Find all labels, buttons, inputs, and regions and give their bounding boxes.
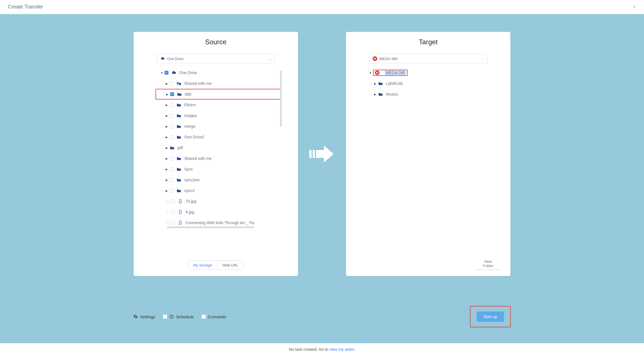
source-tree: ▼ One Drive ▶ <box>156 67 282 257</box>
close-icon[interactable]: × <box>632 3 636 11</box>
caret-right-icon[interactable]: ▶ <box>166 146 168 149</box>
checkbox[interactable] <box>202 315 206 319</box>
footer-link[interactable]: view my tasks. <box>330 347 355 352</box>
tree-line: ├─ <box>166 199 169 203</box>
folder-icon <box>177 92 182 96</box>
tree-item-label: Lqh0kJxb <box>386 81 403 86</box>
caret-right-icon[interactable]: ▶ <box>374 93 377 96</box>
checkbox[interactable] <box>170 124 174 128</box>
header-bar: Create Transfer × <box>0 0 644 14</box>
checkbox[interactable] <box>170 81 174 85</box>
settings-label: Settings <box>140 314 155 319</box>
folder-icon <box>176 124 181 128</box>
tree-item[interactable]: ▶ Lqh0kJxb <box>364 78 494 89</box>
tree-item[interactable]: ▶ merge <box>156 121 282 132</box>
checkbox[interactable] <box>170 189 174 193</box>
tree-item-label: Shared with me <box>184 81 212 86</box>
checkbox[interactable] <box>170 114 174 118</box>
onedrive-icon <box>171 71 176 75</box>
tree-item[interactable]: ▶ sync2ew <box>156 175 282 185</box>
checkbox[interactable] <box>171 199 175 203</box>
converter-option[interactable]: Converter <box>202 314 226 319</box>
target-tree: ▼ M MEGA-390 ▶ Lqh0kJxb ▶ <box>364 67 494 256</box>
chevron-down-icon: ⌄ <box>481 57 484 61</box>
tree-file[interactable]: ├─ 70.jpg <box>156 196 282 207</box>
page-title: Create Transfer <box>8 4 43 10</box>
shared-folder-icon <box>176 81 181 85</box>
tree-file-label: 70.jpg <box>186 199 196 204</box>
options-row: Settings Schedule Converter Start up <box>133 306 511 327</box>
footer: No task created. Go to view my tasks. <box>0 343 644 355</box>
caret-right-icon[interactable]: ▶ <box>166 82 168 85</box>
schedule-label: Schedule <box>176 314 194 319</box>
target-selector[interactable]: M MEGA-390 ⌄ <box>369 54 487 63</box>
caret-right-icon[interactable]: ▶ <box>166 178 168 182</box>
schedule-option[interactable]: Schedule <box>163 314 194 319</box>
folder-icon <box>170 146 175 150</box>
caret-down-icon[interactable]: ▼ <box>369 71 372 74</box>
tree-item[interactable]: ▶ images <box>156 110 282 121</box>
tree-item-label: Shared with me <box>184 156 212 161</box>
onedrive-icon <box>160 56 165 61</box>
file-icon <box>178 210 183 214</box>
folder-icon <box>176 156 181 160</box>
start-highlight: Start up <box>470 306 511 327</box>
tree-item[interactable]: ▶ pdf <box>156 142 282 153</box>
folder-icon <box>378 92 383 96</box>
source-selector[interactable]: One Drive ⌄ <box>157 54 275 63</box>
checkbox[interactable] <box>165 71 168 75</box>
tree-item[interactable]: ▶ Shared with me <box>156 78 282 89</box>
tree-item-label: sync3 <box>184 188 195 193</box>
tab-web-url[interactable]: Web URL <box>217 261 243 270</box>
new-folder-button[interactable]: New Folder <box>476 258 501 270</box>
chevron-down-icon: ⌄ <box>269 57 271 61</box>
target-panel: Target M MEGA-390 ⌄ ▼ M MEGA-390 <box>346 32 510 276</box>
tree-item-label: sync2ew <box>184 178 199 182</box>
gear-icon <box>133 314 138 319</box>
clock-icon <box>169 314 174 319</box>
tree-line: ├─ <box>166 221 169 225</box>
tree-item[interactable]: ▶ Shared with me <box>156 153 282 164</box>
caret-right-icon[interactable]: ▶ <box>166 157 168 160</box>
caret-right-icon[interactable]: ▶ <box>166 93 169 96</box>
tree-item-label: pdf <box>177 145 183 150</box>
start-button[interactable]: Start up <box>477 312 504 322</box>
file-icon <box>178 221 183 225</box>
horizontal-scrollbar[interactable] <box>167 226 254 228</box>
checkbox[interactable] <box>171 221 175 225</box>
checkbox[interactable] <box>170 103 174 107</box>
caret-right-icon[interactable]: ▶ <box>166 114 168 117</box>
checkbox[interactable] <box>171 210 175 214</box>
caret-right-icon[interactable]: ▶ <box>166 103 168 107</box>
svg-rect-2 <box>309 150 312 158</box>
caret-right-icon[interactable]: ▶ <box>374 82 377 85</box>
checkbox[interactable] <box>170 135 174 139</box>
source-title: Source <box>139 38 292 46</box>
checkbox[interactable] <box>170 167 174 171</box>
tree-item-label: One Drive2 <box>184 135 204 139</box>
caret-right-icon[interactable]: ▶ <box>166 189 168 192</box>
tree-item[interactable]: ▶ Flickrx <box>156 100 282 110</box>
checkbox[interactable] <box>170 156 174 160</box>
tree-item[interactable]: ▶ sync3 <box>156 185 282 196</box>
tree-item-label: bbb <box>185 92 191 96</box>
tab-my-storage[interactable]: My Storage <box>188 261 217 270</box>
checkbox[interactable] <box>163 315 167 319</box>
caret-right-icon[interactable]: ▶ <box>166 168 168 171</box>
caret-right-icon[interactable]: ▶ <box>166 125 168 128</box>
tree-item-label: Sync <box>184 167 193 171</box>
tree-root[interactable]: ▼ M MEGA-390 <box>364 67 494 78</box>
caret-down-icon[interactable]: ▼ <box>161 71 163 74</box>
settings-option[interactable]: Settings <box>133 314 155 319</box>
tree-item-highlighted[interactable]: ▶ bbb <box>156 89 282 100</box>
tree-root[interactable]: ▼ One Drive <box>156 67 282 78</box>
tree-item[interactable]: ▶ Sync <box>156 164 282 175</box>
checkbox-checked[interactable] <box>170 92 174 96</box>
tree-item-label: images <box>184 113 197 118</box>
checkbox[interactable] <box>170 178 174 182</box>
tree-item[interactable]: ▶ Musics <box>364 89 494 100</box>
tree-file[interactable]: ├─ 8.jpg <box>156 207 282 217</box>
caret-right-icon[interactable]: ▶ <box>166 136 168 139</box>
scrollbar[interactable] <box>280 70 282 127</box>
tree-item[interactable]: ▶ One Drive2 <box>156 132 282 142</box>
